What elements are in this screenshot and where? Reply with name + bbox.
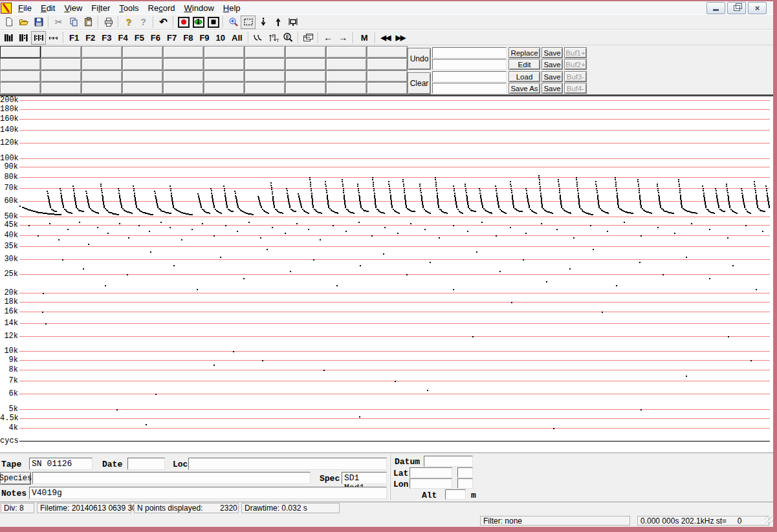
preset-cell[interactable]	[0, 46, 41, 58]
view-mode-3-button[interactable]	[31, 31, 46, 45]
menu-help[interactable]: Help	[219, 3, 245, 14]
preset-cell[interactable]	[82, 46, 122, 58]
buffer-field-4[interactable]	[432, 83, 507, 94]
fkey-button-f2[interactable]: F2	[82, 33, 98, 43]
fkey-button-10[interactable]: 10	[213, 33, 228, 43]
preset-cell[interactable]	[41, 70, 82, 83]
menu-file[interactable]: File	[14, 3, 36, 14]
help-button[interactable]: ?	[121, 16, 136, 29]
cascade-windows-button[interactable]	[301, 31, 316, 45]
preset-cell[interactable]	[285, 58, 326, 70]
preset-cell[interactable]	[41, 58, 82, 70]
paste-button[interactable]	[81, 16, 96, 29]
preset-cell[interactable]	[0, 58, 41, 70]
preset-cell[interactable]	[285, 46, 326, 58]
save-buf4-button[interactable]: Save	[542, 83, 563, 94]
preset-cell[interactable]	[82, 82, 122, 94]
menu-record[interactable]: Record	[144, 3, 180, 14]
last-file-button[interactable]: ▶▶	[393, 34, 408, 42]
save-buf3-button[interactable]: Save	[542, 71, 563, 82]
lat-hemisphere-field[interactable]	[457, 467, 473, 478]
view-mode-2-button[interactable]	[16, 31, 31, 45]
scroll-down-button[interactable]	[256, 16, 270, 29]
alt-field[interactable]	[445, 489, 466, 500]
fkey-button-f1[interactable]: F1	[66, 33, 82, 43]
menu-view[interactable]: View	[60, 3, 87, 14]
preset-cell[interactable]	[41, 82, 82, 94]
call-shape-button[interactable]	[251, 31, 266, 45]
print-button[interactable]	[101, 16, 116, 29]
restore-button[interactable]	[727, 2, 746, 14]
preset-cell[interactable]	[204, 70, 245, 83]
minimize-button[interactable]	[706, 2, 725, 14]
menu-window[interactable]: Window	[180, 3, 219, 14]
clear-buffer-button[interactable]: Clear	[408, 72, 431, 94]
fkey-button-f5[interactable]: F5	[131, 33, 148, 43]
preset-cell[interactable]	[41, 46, 82, 58]
save-buf1-button[interactable]: Save	[542, 47, 563, 58]
scroll-up-button[interactable]	[270, 16, 285, 29]
preset-cell[interactable]	[245, 58, 285, 70]
preset-cell[interactable]	[285, 70, 326, 83]
fkey-button-f3[interactable]: F3	[98, 33, 115, 43]
preset-cell[interactable]	[245, 70, 285, 83]
preset-cell[interactable]	[245, 82, 285, 94]
preset-cell[interactable]	[367, 82, 408, 94]
datum-field[interactable]	[424, 456, 473, 467]
pan-right-button[interactable]: →	[336, 31, 351, 45]
species-field[interactable]	[32, 472, 311, 484]
preset-cell[interactable]	[163, 82, 204, 94]
spec-field[interactable]: SD1 Mod1	[342, 472, 387, 484]
preset-cell[interactable]	[367, 46, 408, 58]
context-help-button[interactable]: ?	[136, 16, 151, 29]
date-field[interactable]	[127, 458, 165, 470]
save-buf2-button[interactable]: Save	[542, 59, 563, 70]
fkey-button-f6[interactable]: F6	[148, 33, 164, 43]
preset-cell[interactable]	[163, 70, 204, 83]
preset-cell[interactable]	[367, 58, 408, 70]
preset-cell[interactable]	[0, 82, 41, 94]
freq-scale-button[interactable]: FT	[266, 31, 281, 45]
close-button[interactable]: ×	[748, 2, 767, 14]
undo-button[interactable]: ↶	[156, 16, 171, 29]
fkey-button-f9[interactable]: F9	[196, 33, 212, 43]
open-file-button[interactable]	[16, 16, 31, 29]
copy-button[interactable]	[66, 16, 81, 29]
page-select-button[interactable]	[285, 16, 300, 29]
fkey-button-f7[interactable]: F7	[164, 33, 180, 43]
preset-cell[interactable]	[285, 82, 326, 94]
buffer-field-2[interactable]	[432, 59, 507, 70]
preset-cell[interactable]	[82, 58, 122, 70]
buffer-field-3[interactable]	[432, 71, 507, 82]
fkey-button-f8[interactable]: F8	[180, 33, 196, 43]
view-mode-1-button[interactable]	[1, 31, 16, 45]
menu-edit[interactable]: Edit	[36, 3, 60, 14]
preset-cell[interactable]	[122, 58, 163, 70]
preset-cell[interactable]	[326, 58, 367, 70]
first-file-button[interactable]: ◀◀	[378, 34, 393, 42]
notes-field[interactable]: V4019g	[29, 487, 387, 499]
resize-grip[interactable]	[765, 516, 773, 525]
new-file-button[interactable]	[1, 16, 16, 29]
pan-left-button[interactable]: ←	[321, 31, 336, 45]
marker-button[interactable]: M	[356, 33, 373, 43]
preset-cell[interactable]	[367, 70, 408, 83]
edit-button[interactable]: Edit	[509, 59, 540, 70]
preset-cell[interactable]	[326, 82, 367, 94]
zoom-function-button[interactable]: F	[281, 31, 296, 45]
undo-buffer-button[interactable]: Undo	[408, 48, 431, 70]
preset-cell[interactable]	[204, 58, 245, 70]
save-as-button[interactable]: Save As	[509, 83, 540, 94]
menu-filter[interactable]: Filter	[87, 3, 115, 14]
preset-cell[interactable]	[163, 58, 204, 70]
loc-field[interactable]	[188, 458, 387, 470]
save-file-button[interactable]	[31, 16, 46, 29]
preset-cell[interactable]	[122, 70, 163, 83]
load-button[interactable]: Load	[509, 71, 540, 82]
preset-cell[interactable]	[204, 82, 245, 94]
view-mode-4-button[interactable]	[46, 31, 61, 45]
menu-tools[interactable]: Tools	[115, 3, 143, 14]
preset-cell[interactable]	[122, 82, 163, 94]
preset-cell[interactable]	[326, 70, 367, 83]
buffer-field-1[interactable]	[432, 47, 507, 58]
